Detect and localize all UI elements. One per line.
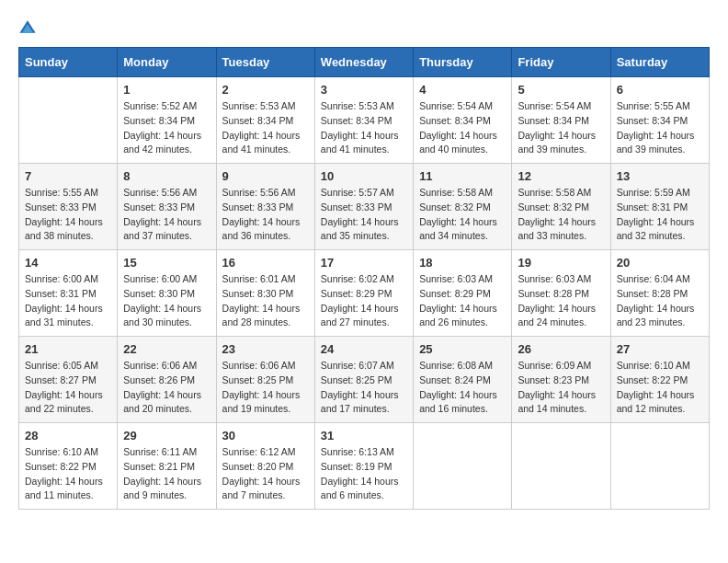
calendar-cell: 5Sunrise: 5:54 AMSunset: 8:34 PMDaylight…	[512, 77, 610, 164]
day-number: 31	[321, 429, 407, 442]
weekday-header-saturday: Saturday	[610, 48, 709, 77]
day-number: 30	[222, 429, 309, 442]
day-info: Sunrise: 5:53 AMSunset: 8:34 PMDaylight:…	[222, 99, 309, 157]
calendar-week-5: 28Sunrise: 6:10 AMSunset: 8:22 PMDayligh…	[19, 423, 710, 510]
calendar-cell: 21Sunrise: 6:05 AMSunset: 8:27 PMDayligh…	[19, 337, 118, 423]
weekday-header-friday: Friday	[512, 48, 610, 77]
day-number: 2	[222, 83, 309, 97]
weekday-header-tuesday: Tuesday	[216, 48, 314, 77]
calendar-week-4: 21Sunrise: 6:05 AMSunset: 8:27 PMDayligh…	[19, 337, 710, 423]
day-info: Sunrise: 5:54 AMSunset: 8:34 PMDaylight:…	[419, 99, 506, 157]
calendar-cell: 9Sunrise: 5:56 AMSunset: 8:33 PMDaylight…	[216, 164, 314, 250]
day-number: 24	[321, 342, 407, 356]
day-info: Sunrise: 6:01 AMSunset: 8:30 PMDaylight:…	[222, 272, 309, 330]
calendar-header: SundayMondayTuesdayWednesdayThursdayFrid…	[19, 48, 710, 77]
day-number: 5	[518, 83, 604, 97]
day-number: 1	[123, 83, 210, 97]
day-info: Sunrise: 6:08 AMSunset: 8:24 PMDaylight:…	[419, 359, 506, 417]
day-info: Sunrise: 6:03 AMSunset: 8:28 PMDaylight:…	[518, 272, 604, 330]
calendar-cell: 22Sunrise: 6:06 AMSunset: 8:26 PMDayligh…	[118, 337, 216, 423]
calendar-cell: 3Sunrise: 5:53 AMSunset: 8:34 PMDaylight…	[314, 77, 413, 164]
day-number: 25	[419, 342, 506, 356]
calendar-cell: 31Sunrise: 6:13 AMSunset: 8:19 PMDayligh…	[314, 423, 413, 510]
day-info: Sunrise: 6:06 AMSunset: 8:26 PMDaylight:…	[123, 359, 210, 417]
day-number: 13	[617, 169, 703, 183]
day-info: Sunrise: 6:11 AMSunset: 8:21 PMDaylight:…	[123, 445, 210, 503]
day-number: 29	[123, 429, 210, 442]
calendar-cell: 4Sunrise: 5:54 AMSunset: 8:34 PMDaylight…	[414, 77, 512, 164]
day-number: 20	[617, 256, 703, 270]
day-info: Sunrise: 6:07 AMSunset: 8:25 PMDaylight:…	[321, 359, 407, 417]
weekday-header-monday: Monday	[118, 48, 216, 77]
day-number: 6	[617, 83, 703, 97]
day-info: Sunrise: 6:13 AMSunset: 8:19 PMDaylight:…	[321, 445, 407, 503]
day-number: 14	[25, 256, 111, 270]
day-info: Sunrise: 6:00 AMSunset: 8:31 PMDaylight:…	[25, 272, 111, 330]
day-number: 9	[222, 169, 309, 183]
day-number: 8	[123, 169, 210, 183]
calendar-cell: 13Sunrise: 5:59 AMSunset: 8:31 PMDayligh…	[610, 164, 709, 250]
calendar-cell	[414, 423, 512, 510]
calendar-cell: 27Sunrise: 6:10 AMSunset: 8:22 PMDayligh…	[610, 337, 709, 423]
day-number: 27	[617, 342, 703, 356]
day-number: 22	[123, 342, 210, 356]
day-number: 18	[419, 256, 506, 270]
calendar-cell: 26Sunrise: 6:09 AMSunset: 8:23 PMDayligh…	[512, 337, 610, 423]
calendar-cell: 29Sunrise: 6:11 AMSunset: 8:21 PMDayligh…	[118, 423, 216, 510]
weekday-header-sunday: Sunday	[19, 48, 118, 77]
day-info: Sunrise: 5:56 AMSunset: 8:33 PMDaylight:…	[222, 186, 309, 244]
day-info: Sunrise: 6:12 AMSunset: 8:20 PMDaylight:…	[222, 445, 309, 503]
day-info: Sunrise: 5:54 AMSunset: 8:34 PMDaylight:…	[518, 99, 604, 157]
calendar-cell: 30Sunrise: 6:12 AMSunset: 8:20 PMDayligh…	[216, 423, 314, 510]
calendar-week-1: 1Sunrise: 5:52 AMSunset: 8:34 PMDaylight…	[19, 77, 710, 164]
calendar-body: 1Sunrise: 5:52 AMSunset: 8:34 PMDaylight…	[19, 77, 710, 510]
day-number: 12	[518, 169, 604, 183]
logo	[18, 18, 40, 38]
day-info: Sunrise: 5:58 AMSunset: 8:32 PMDaylight:…	[419, 186, 506, 244]
calendar-cell: 16Sunrise: 6:01 AMSunset: 8:30 PMDayligh…	[216, 250, 314, 337]
day-number: 3	[321, 83, 407, 97]
calendar-cell	[610, 423, 709, 510]
weekday-header-row: SundayMondayTuesdayWednesdayThursdayFrid…	[19, 48, 710, 77]
calendar-cell	[19, 77, 118, 164]
day-number: 26	[518, 342, 604, 356]
day-info: Sunrise: 6:06 AMSunset: 8:25 PMDaylight:…	[222, 359, 309, 417]
calendar-cell: 8Sunrise: 5:56 AMSunset: 8:33 PMDaylight…	[118, 164, 216, 250]
calendar-cell: 17Sunrise: 6:02 AMSunset: 8:29 PMDayligh…	[314, 250, 413, 337]
day-number: 7	[25, 169, 111, 183]
calendar-cell: 6Sunrise: 5:55 AMSunset: 8:34 PMDaylight…	[610, 77, 709, 164]
day-number: 17	[321, 256, 407, 270]
calendar-cell: 10Sunrise: 5:57 AMSunset: 8:33 PMDayligh…	[314, 164, 413, 250]
day-number: 11	[419, 169, 506, 183]
day-info: Sunrise: 6:10 AMSunset: 8:22 PMDaylight:…	[617, 359, 703, 417]
day-info: Sunrise: 6:04 AMSunset: 8:28 PMDaylight:…	[617, 272, 703, 330]
day-info: Sunrise: 6:05 AMSunset: 8:27 PMDaylight:…	[25, 359, 111, 417]
logo-icon	[18, 19, 37, 38]
day-info: Sunrise: 5:53 AMSunset: 8:34 PMDaylight:…	[321, 99, 407, 157]
weekday-header-wednesday: Wednesday	[314, 48, 413, 77]
calendar-cell	[512, 423, 610, 510]
day-number: 16	[222, 256, 309, 270]
calendar-week-2: 7Sunrise: 5:55 AMSunset: 8:33 PMDaylight…	[19, 164, 710, 250]
calendar-cell: 14Sunrise: 6:00 AMSunset: 8:31 PMDayligh…	[19, 250, 118, 337]
day-number: 28	[25, 429, 111, 442]
calendar-cell: 25Sunrise: 6:08 AMSunset: 8:24 PMDayligh…	[414, 337, 512, 423]
day-info: Sunrise: 5:56 AMSunset: 8:33 PMDaylight:…	[123, 186, 210, 244]
day-number: 23	[222, 342, 309, 356]
day-number: 21	[25, 342, 111, 356]
calendar-cell: 20Sunrise: 6:04 AMSunset: 8:28 PMDayligh…	[610, 250, 709, 337]
day-number: 15	[123, 256, 210, 270]
header	[18, 18, 710, 38]
day-info: Sunrise: 6:03 AMSunset: 8:29 PMDaylight:…	[419, 272, 506, 330]
calendar-cell: 18Sunrise: 6:03 AMSunset: 8:29 PMDayligh…	[414, 250, 512, 337]
weekday-header-thursday: Thursday	[414, 48, 512, 77]
calendar-cell: 23Sunrise: 6:06 AMSunset: 8:25 PMDayligh…	[216, 337, 314, 423]
day-number: 19	[518, 256, 604, 270]
day-info: Sunrise: 6:02 AMSunset: 8:29 PMDaylight:…	[321, 272, 407, 330]
day-info: Sunrise: 5:58 AMSunset: 8:32 PMDaylight:…	[518, 186, 604, 244]
calendar-cell: 28Sunrise: 6:10 AMSunset: 8:22 PMDayligh…	[19, 423, 118, 510]
calendar-cell: 12Sunrise: 5:58 AMSunset: 8:32 PMDayligh…	[512, 164, 610, 250]
calendar-cell: 1Sunrise: 5:52 AMSunset: 8:34 PMDaylight…	[118, 77, 216, 164]
day-number: 10	[321, 169, 407, 183]
day-info: Sunrise: 5:59 AMSunset: 8:31 PMDaylight:…	[617, 186, 703, 244]
